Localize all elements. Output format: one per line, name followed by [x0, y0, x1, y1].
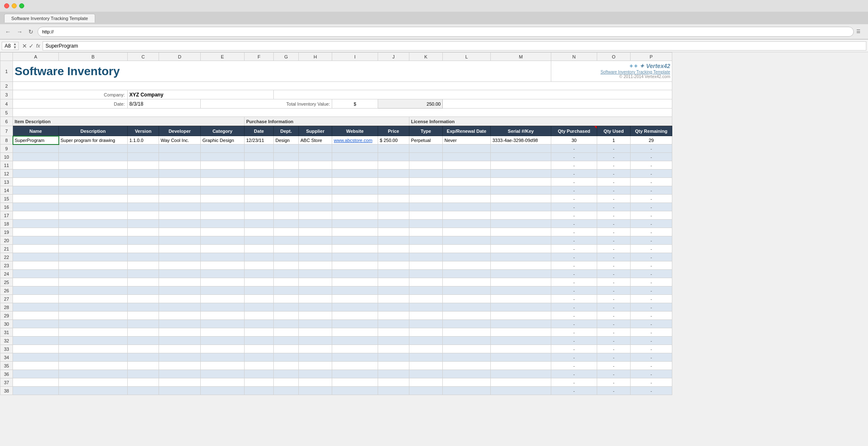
cell-m32[interactable]: [491, 337, 551, 345]
cell-e13[interactable]: [201, 178, 245, 186]
cell-i33[interactable]: [332, 345, 378, 353]
cell-p9[interactable]: -: [631, 144, 672, 153]
cell-a12[interactable]: [13, 170, 59, 178]
cell-c36[interactable]: [128, 370, 159, 378]
cell-a35[interactable]: [13, 362, 59, 370]
cell-o35[interactable]: -: [597, 362, 631, 370]
row-header-24[interactable]: 24: [0, 270, 13, 278]
cell-p21[interactable]: -: [631, 245, 672, 253]
cell-j15[interactable]: [378, 195, 409, 203]
cell-d9[interactable]: [159, 144, 201, 153]
cell-b26[interactable]: [59, 286, 128, 295]
cell-m18[interactable]: [491, 220, 551, 228]
cell-n13[interactable]: -: [551, 178, 597, 186]
cell-g21[interactable]: [274, 245, 299, 253]
cell-e38[interactable]: [201, 387, 245, 395]
cell-m12[interactable]: [491, 170, 551, 178]
cell-a19[interactable]: [13, 228, 59, 236]
cell-c32[interactable]: [128, 337, 159, 345]
cell-j20[interactable]: [378, 236, 409, 245]
cell-o15[interactable]: -: [597, 195, 631, 203]
cell-i10[interactable]: [332, 153, 378, 161]
cell-n30[interactable]: -: [551, 320, 597, 328]
cell-g32[interactable]: [274, 337, 299, 345]
cell-l13[interactable]: [443, 178, 491, 186]
cell-p13[interactable]: -: [631, 178, 672, 186]
cell-o38[interactable]: -: [597, 387, 631, 395]
cell-k26[interactable]: [409, 286, 443, 295]
cell-l27[interactable]: [443, 295, 491, 303]
cell-o36[interactable]: -: [597, 370, 631, 378]
cell-d20[interactable]: [159, 236, 201, 245]
cell-e33[interactable]: [201, 345, 245, 353]
cell-a20[interactable]: [13, 236, 59, 245]
cell-k36[interactable]: [409, 370, 443, 378]
cell-b32[interactable]: [59, 337, 128, 345]
cell-m26[interactable]: [491, 286, 551, 295]
cell-k13[interactable]: [409, 178, 443, 186]
cell-b9[interactable]: [59, 144, 128, 153]
cell-n18[interactable]: -: [551, 220, 597, 228]
cell-e24[interactable]: [201, 270, 245, 278]
cell-l32[interactable]: [443, 337, 491, 345]
cell-l37[interactable]: [443, 378, 491, 387]
cell-b28[interactable]: [59, 303, 128, 312]
address-bar[interactable]: [38, 27, 854, 37]
cell-a8[interactable]: SuperProgram: [13, 136, 59, 144]
cell-i19[interactable]: [332, 228, 378, 236]
cell-b20[interactable]: [59, 236, 128, 245]
cell-l17[interactable]: [443, 211, 491, 220]
cell-f38[interactable]: [245, 387, 274, 395]
cell-l34[interactable]: [443, 353, 491, 362]
cell-n37[interactable]: -: [551, 378, 597, 387]
cell-o17[interactable]: -: [597, 211, 631, 220]
cell-h12[interactable]: [299, 170, 332, 178]
cell-j29[interactable]: [378, 312, 409, 320]
row-header-15[interactable]: 15: [0, 195, 13, 203]
cell-m31[interactable]: [491, 328, 551, 337]
cell-d19[interactable]: [159, 228, 201, 236]
cell-a28[interactable]: [13, 303, 59, 312]
cell-m11[interactable]: [491, 161, 551, 170]
cell-d16[interactable]: [159, 203, 201, 211]
cell-j16[interactable]: [378, 203, 409, 211]
cell-c31[interactable]: [128, 328, 159, 337]
cell-f27[interactable]: [245, 295, 274, 303]
col-header-n[interactable]: N: [551, 53, 597, 61]
cell-g27[interactable]: [274, 295, 299, 303]
cell-g22[interactable]: [274, 253, 299, 261]
cell-g23[interactable]: [274, 261, 299, 270]
cell-j13[interactable]: [378, 178, 409, 186]
cell-c33[interactable]: [128, 345, 159, 353]
cell-i23[interactable]: [332, 261, 378, 270]
cell-k11[interactable]: [409, 161, 443, 170]
cell-c23[interactable]: [128, 261, 159, 270]
row-header-34[interactable]: 34: [0, 353, 13, 362]
cell-e35[interactable]: [201, 362, 245, 370]
cell-o34[interactable]: -: [597, 353, 631, 362]
back-button[interactable]: ←: [3, 28, 13, 36]
cell-a15[interactable]: [13, 195, 59, 203]
cell-p16[interactable]: -: [631, 203, 672, 211]
cell-g19[interactable]: [274, 228, 299, 236]
cell-a10[interactable]: [13, 153, 59, 161]
cell-c27[interactable]: [128, 295, 159, 303]
cell-i32[interactable]: [332, 337, 378, 345]
cell-e23[interactable]: [201, 261, 245, 270]
cell-c28[interactable]: [128, 303, 159, 312]
cell-e29[interactable]: [201, 312, 245, 320]
cell-o23[interactable]: -: [597, 261, 631, 270]
cell-o28[interactable]: -: [597, 303, 631, 312]
forward-button[interactable]: →: [15, 28, 24, 36]
cell-f8[interactable]: 12/23/11: [245, 136, 274, 144]
cell-b8[interactable]: Super program for drawing: [59, 136, 128, 144]
cell-n22[interactable]: -: [551, 253, 597, 261]
cell-p26[interactable]: -: [631, 286, 672, 295]
cell-f36[interactable]: [245, 370, 274, 378]
cell-h30[interactable]: [299, 320, 332, 328]
row-header-10[interactable]: 10: [0, 153, 13, 161]
cell-f32[interactable]: [245, 337, 274, 345]
cell-f19[interactable]: [245, 228, 274, 236]
cell-b24[interactable]: [59, 270, 128, 278]
row-header-25[interactable]: 25: [0, 278, 13, 286]
